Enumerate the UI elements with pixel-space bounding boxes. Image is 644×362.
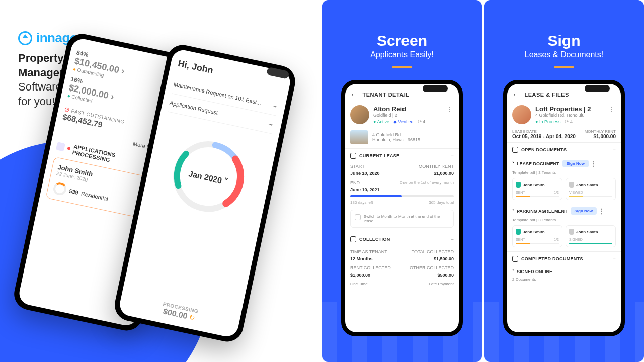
rent-collected-label: RENT COLLECTED: [350, 265, 391, 270]
other-collected-value: $500.00: [437, 273, 454, 278]
shield-icon: [516, 229, 521, 235]
addr-line2: Honolulu, Hawaii 96815: [372, 137, 420, 142]
days-left: 180 days left: [350, 200, 373, 205]
applicant-type: Residential: [80, 190, 109, 202]
score-ring-icon: [52, 181, 68, 197]
alert-dot-icon: [67, 147, 70, 150]
month-to-month-note[interactable]: Switch to Month-to-Month at the end of t…: [350, 210, 454, 228]
month-gauge[interactable]: Jan 2020 ˅: [155, 124, 270, 194]
end-value: June 10, 2021: [350, 187, 380, 192]
panel-subtitle: Leases & Documents!: [484, 50, 644, 59]
tenant-unit: Goldfield | 2: [373, 113, 442, 118]
section-actions[interactable]: −: [451, 237, 454, 242]
back-icon[interactable]: ←: [350, 90, 359, 99]
total-collected-value: $1,500.00: [434, 256, 454, 261]
collapse-icon[interactable]: −: [613, 147, 616, 152]
doc-meta: Template.pdf | 3 Tenants: [512, 170, 556, 175]
time-label: TIME AS TENANT: [350, 249, 387, 254]
phone-lease-files: ←LEASE & FILES Loft Properties | 2 4 Gol…: [503, 80, 625, 336]
back-icon[interactable]: ←: [512, 90, 521, 99]
rent-collected-value: $1,000.00: [350, 273, 370, 278]
phone-tenant-detail: ←TENANT DETAIL Alton Reid Goldfield | 2 …: [341, 80, 463, 336]
more-menu-icon[interactable]: ⋮: [608, 105, 616, 113]
signed-online-title: SIGNED ONLINE: [517, 269, 552, 274]
signer-name: John Smith: [523, 183, 545, 187]
refresh-icon[interactable]: ↻: [188, 313, 196, 322]
addr-line1: 4 Goldfield Rd.: [372, 132, 420, 137]
section-actions[interactable]: ⋮ −: [445, 153, 454, 158]
arrow-right-icon: →: [270, 101, 279, 111]
rent-value: $1,000.00: [434, 171, 454, 176]
chip-count: 4: [423, 119, 425, 124]
screen-title: LEASE & FILES: [525, 92, 569, 98]
lease-date-label: LEASE DATE: [512, 129, 576, 134]
panel-title: Sign: [484, 32, 644, 49]
logo-icon: [18, 31, 32, 45]
chevron-down-icon[interactable]: ˅: [512, 161, 515, 166]
panel-subtitle: Applicants Easily!: [322, 50, 482, 59]
doc-meta: Template.pdf | 3 Tenants: [512, 218, 556, 222]
sign-now-button[interactable]: Sign Now: [562, 160, 589, 167]
apps-icon: [56, 142, 65, 151]
section-current-lease: CURRENT LEASE: [359, 153, 399, 158]
lease-date-value: Oct 05, 2019 - Apr 04, 2020: [512, 134, 576, 139]
signer-name: John Smith: [523, 230, 545, 234]
panel-title: Screen: [322, 32, 482, 49]
collapse-icon[interactable]: −: [613, 256, 616, 261]
lease-progress-bar: [350, 195, 454, 197]
signed-online-count: 2 Documents: [512, 277, 616, 282]
arrow-right-icon: →: [266, 119, 275, 129]
time-value: 12 Months: [350, 256, 373, 261]
shield-icon: [569, 229, 574, 235]
tab-one-time[interactable]: One Time: [350, 282, 368, 286]
screen-title: TENANT DETAIL: [363, 92, 410, 98]
property-address: 4 Goldfield Rd. Honolulu: [535, 113, 604, 118]
doc-menu-icon[interactable]: ⋮: [591, 160, 597, 167]
signer-name: John Smith: [576, 183, 598, 187]
camera-cutout: [585, 85, 610, 92]
section-open-docs: OPEN DOCUMENTS: [521, 147, 567, 152]
signer-card-sent[interactable]: John SmithSENT1/3: [512, 225, 562, 247]
shield-icon: [569, 182, 574, 188]
panel-screen: ScreenApplicants Easily! ←TENANT DETAIL …: [322, 0, 482, 362]
chip-verified: Verified: [398, 119, 413, 124]
monthly-rent-label: MONTHLY RENT: [585, 129, 616, 134]
chip-status: In Process: [539, 119, 561, 124]
signer-card-sent[interactable]: John SmithSENT1/3: [512, 178, 562, 200]
applicant-score: 539: [68, 188, 78, 196]
rent-label: MONTHLY RENT: [419, 164, 454, 169]
collection-icon: [350, 236, 356, 242]
camera-cutout: [423, 85, 448, 92]
section-collection: COLLECTION: [359, 237, 390, 242]
start-value: June 10, 2020: [350, 171, 380, 176]
shield-icon: [516, 182, 521, 188]
signer-card-viewed[interactable]: John SmithVIEWED: [566, 178, 616, 200]
end-label: END: [350, 180, 360, 185]
doc-lease-title: LEASE DOCUMENT: [517, 161, 559, 166]
tenant-name: Alton Reid: [373, 105, 442, 113]
tenant-avatar: [350, 105, 369, 124]
doc-menu-icon[interactable]: ⋮: [599, 208, 605, 215]
total-collected-label: TOTAL COLLECTED: [412, 249, 454, 254]
days-total: 365 days total: [429, 200, 454, 205]
panel-promo: innago Property Management Software Buil…: [0, 0, 319, 362]
tab-late-payment[interactable]: Late Payment: [429, 282, 454, 286]
chip-active: Active: [377, 119, 389, 124]
doc-parking-title: PARKING AGREEMENT: [517, 209, 568, 214]
lease-icon: [350, 153, 356, 159]
completed-docs-icon: [512, 256, 518, 262]
section-completed-docs: COMPLETED DOCUMENTS: [521, 256, 583, 261]
checkbox-icon[interactable]: [355, 214, 361, 220]
more-menu-icon[interactable]: ⋮: [446, 105, 454, 113]
sign-now-button[interactable]: Sign Now: [571, 207, 597, 215]
chevron-down-icon[interactable]: ˅: [512, 209, 515, 214]
chevron-down-icon[interactable]: ˅: [512, 269, 515, 274]
panel-sign: SignLeases & Documents! ←LEASE & FILES L…: [484, 0, 644, 362]
open-docs-icon: [512, 147, 518, 153]
signer-name: John Smith: [576, 230, 598, 234]
chip-count: 4: [570, 119, 573, 124]
due-note: Due on the 1st of every month: [400, 180, 454, 185]
signer-card-signed[interactable]: John SmithSIGNED: [566, 225, 616, 247]
other-collected-label: OTHER COLLECTED: [410, 265, 454, 270]
start-label: START: [350, 164, 365, 169]
